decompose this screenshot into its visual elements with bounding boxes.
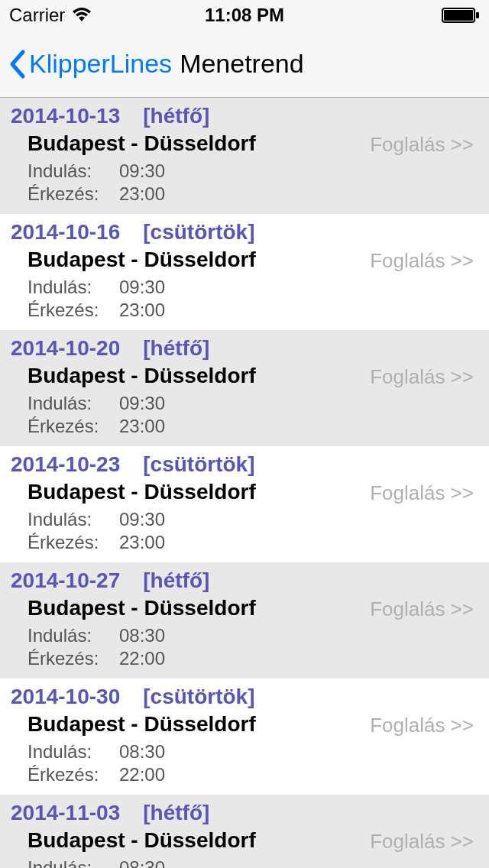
row-date-line: 2014-10-27 [hétfő] [11,568,478,593]
row-arrival: Érkezés: 23:00 [11,416,478,437]
departure-label: Indulás: [28,509,101,530]
row-date-line: 2014-10-20 [hétfő] [11,336,478,361]
row-date-line: 2014-10-13 [hétfő] [11,104,478,128]
wifi-icon [71,8,92,23]
schedule-row[interactable]: 2014-10-20 [hétfő] Budapest - Düsseldorf… [0,330,489,446]
arrival-time: 22:00 [119,764,165,785]
row-arrival: Érkezés: 23:00 [11,300,478,321]
book-link[interactable]: Foglalás >> [370,133,474,157]
departure-label: Indulás: [28,393,101,414]
book-link[interactable]: Foglalás >> [370,598,474,621]
status-bar: Carrier 11:08 PM [0,0,489,31]
row-departure: Indulás: 09:30 [11,160,478,182]
battery-icon [442,7,480,24]
departure-label: Indulás: [28,857,101,868]
row-day: [hétfő] [143,801,209,825]
row-departure: Indulás: 08:30 [11,857,478,868]
arrival-label: Érkezés: [28,532,101,553]
schedule-row[interactable]: 2014-11-03 [hétfő] Budapest - Düsseldorf… [0,795,489,868]
departure-time: 08:30 [119,625,165,646]
row-departure: Indulás: 08:30 [11,741,478,763]
schedule-row[interactable]: 2014-10-23 [csütörtök] Budapest - Düssel… [0,446,489,562]
row-date-line: 2014-10-23 [csütörtök] [11,452,478,477]
row-day: [csütörtök] [143,685,254,709]
svg-rect-1 [444,10,473,21]
chevron-left-icon [8,49,28,79]
departure-label: Indulás: [28,160,101,182]
schedule-list[interactable]: 2014-10-13 [hétfő] Budapest - Düsseldorf… [0,98,489,868]
row-day: [csütörtök] [143,452,254,477]
departure-time: 08:30 [119,741,165,763]
row-date: 2014-10-23 [11,452,120,477]
schedule-row[interactable]: 2014-10-16 [csütörtök] Budapest - Düssel… [0,214,489,330]
back-button[interactable]: KlipperLines [8,49,172,79]
arrival-label: Érkezés: [28,300,101,321]
arrival-time: 23:00 [119,416,165,437]
departure-label: Indulás: [28,741,101,763]
arrival-time: 23:00 [119,183,165,205]
arrival-label: Érkezés: [28,183,101,205]
arrival-time: 23:00 [119,300,165,321]
departure-label: Indulás: [28,625,101,646]
row-date: 2014-10-30 [11,685,120,709]
departure-label: Indulás: [28,277,101,298]
row-date: 2014-10-27 [11,568,120,593]
departure-time: 08:30 [119,857,165,868]
row-departure: Indulás: 09:30 [11,509,478,530]
nav-bar: KlipperLines Menetrend [0,31,489,98]
page-title: Menetrend [180,49,304,79]
row-arrival: Érkezés: 23:00 [11,532,478,553]
row-date: 2014-10-20 [11,336,120,361]
departure-time: 09:30 [119,160,165,182]
departure-time: 09:30 [119,393,165,414]
row-date-line: 2014-10-30 [csütörtök] [11,685,478,709]
row-day: [hétfő] [143,336,209,361]
book-link[interactable]: Foglalás >> [370,365,474,389]
row-day: [csütörtök] [143,220,254,245]
departure-time: 09:30 [119,509,165,530]
row-arrival: Érkezés: 22:00 [11,764,478,785]
arrival-time: 23:00 [119,532,165,553]
row-date-line: 2014-11-03 [hétfő] [11,801,478,825]
row-arrival: Érkezés: 23:00 [11,183,478,205]
schedule-row[interactable]: 2014-10-27 [hétfő] Budapest - Düsseldorf… [0,562,489,679]
row-day: [hétfő] [143,568,209,593]
arrival-label: Érkezés: [28,416,101,437]
row-departure: Indulás: 09:30 [11,277,478,298]
row-departure: Indulás: 09:30 [11,393,478,414]
row-date-line: 2014-10-16 [csütörtök] [11,220,478,245]
arrival-label: Érkezés: [28,648,101,669]
row-date: 2014-11-03 [11,801,120,825]
back-label: KlipperLines [29,49,172,79]
book-link[interactable]: Foglalás >> [370,830,474,853]
row-date: 2014-10-13 [11,104,120,128]
row-arrival: Érkezés: 22:00 [11,648,478,669]
book-link[interactable]: Foglalás >> [370,714,474,737]
svg-rect-2 [476,12,479,18]
arrival-label: Érkezés: [28,764,101,785]
schedule-row[interactable]: 2014-10-30 [csütörtök] Budapest - Düssel… [0,679,489,795]
row-departure: Indulás: 08:30 [11,625,478,646]
row-day: [hétfő] [143,104,209,128]
arrival-time: 22:00 [119,648,165,669]
book-link[interactable]: Foglalás >> [370,249,474,273]
row-date: 2014-10-16 [11,220,120,245]
book-link[interactable]: Foglalás >> [370,481,474,505]
status-left: Carrier [9,5,92,26]
departure-time: 09:30 [119,277,165,298]
schedule-row[interactable]: 2014-10-13 [hétfő] Budapest - Düsseldorf… [0,98,489,214]
carrier-label: Carrier [9,5,65,26]
status-time: 11:08 PM [205,5,284,26]
